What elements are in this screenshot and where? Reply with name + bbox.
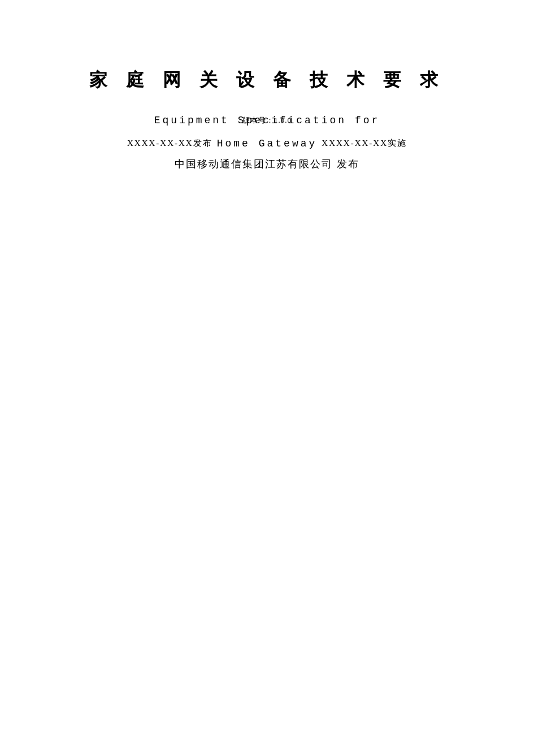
document-page: 家 庭 网 关 设 备 技 术 要 求 Equipment Specificat… — [0, 0, 534, 756]
version-label: 版本号：1.0.0 — [242, 115, 292, 126]
publisher-row: 中国移动通信集团江苏有限公司 发布 — [34, 157, 500, 171]
subtitle-en-line2: Home Gateway — [212, 138, 322, 149]
main-title: 家 庭 网 关 设 备 技 术 要 求 — [34, 68, 500, 93]
date-right: XXXX-XX-XX实施 — [322, 138, 407, 149]
dates-gateway-row: XXXX-XX-XX发布 Home Gateway XXXX-XX-XX实施 — [34, 133, 500, 154]
date-left: XXXX-XX-XX发布 — [127, 138, 212, 149]
subtitle-block: Equipment Specification for 版本号：1.0.0 — [34, 113, 500, 129]
title-section: 家 庭 网 关 设 备 技 术 要 求 Equipment Specificat… — [34, 68, 500, 171]
version-overlay: 版本号：1.0.0 — [34, 113, 500, 129]
